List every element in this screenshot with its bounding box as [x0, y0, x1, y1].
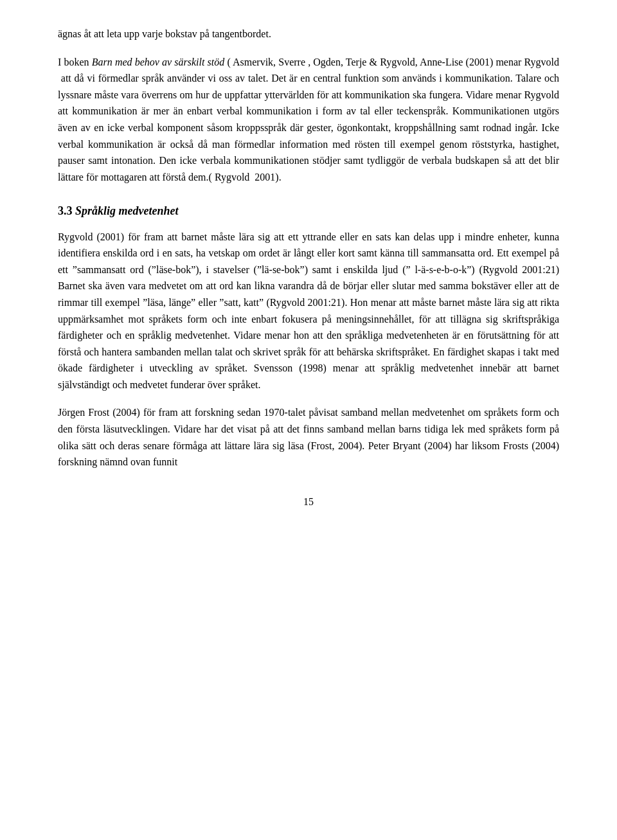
page-number: 15 [58, 496, 559, 508]
section-number: 3.3 [58, 204, 73, 217]
section-title: Språklig medvetenhet [75, 204, 179, 217]
section-heading-3-3: 3.3 Språklig medvetenhet [58, 203, 559, 219]
paragraph-1: ägnas åt att leta upp varje bokstav på t… [58, 26, 559, 42]
paragraph-3: Rygvold (2001) för fram att barnet måste… [58, 229, 559, 393]
paragraph-4: Jörgen Frost (2004) för fram att forskni… [58, 404, 559, 470]
paragraph-2: I boken Barn med behov av särskilt stöd … [58, 54, 559, 186]
page: ägnas åt att leta upp varje bokstav på t… [0, 0, 617, 840]
